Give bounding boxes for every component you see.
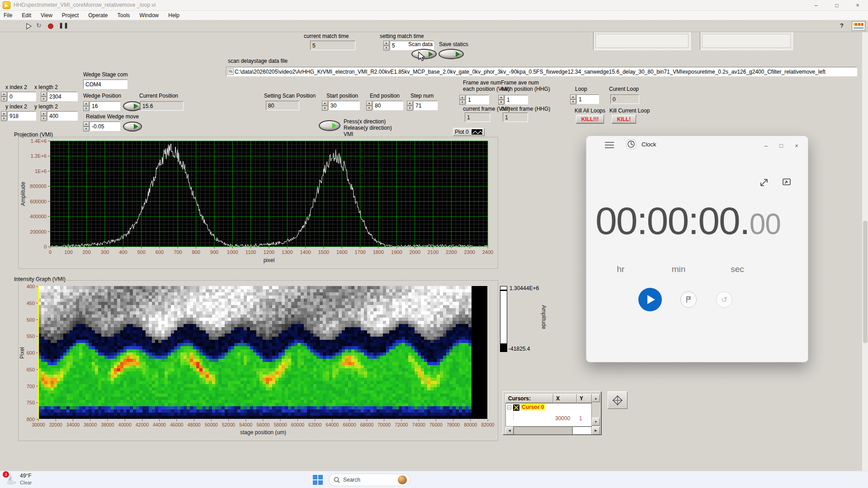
- clock-maximize-button[interactable]: □: [774, 140, 788, 151]
- end-position-value[interactable]: 80: [373, 101, 403, 110]
- panel-scrollbar[interactable]: [862, 32, 868, 471]
- close-button[interactable]: ×: [847, 0, 868, 11]
- x-length-2-value[interactable]: 2304: [47, 92, 78, 101]
- clock-titlebar[interactable]: Clock – □ ×: [586, 136, 808, 154]
- press-direction-toggle[interactable]: [319, 120, 340, 131]
- cursors-scroll-right[interactable]: ▶: [592, 427, 600, 435]
- increment-decrement-icon[interactable]: ▲▼: [1, 111, 7, 121]
- step-num-control[interactable]: ▲▼ 71: [407, 101, 438, 110]
- y-length-2-value[interactable]: 400: [47, 111, 78, 121]
- pause-button-icon[interactable]: ❚❚: [59, 22, 69, 28]
- increment-decrement-icon[interactable]: ▲▼: [41, 111, 47, 121]
- increment-decrement-icon[interactable]: ▲▼: [41, 92, 47, 101]
- x-index-2-control[interactable]: ▲▼ 0: [1, 92, 36, 101]
- panel-scrollbar-thumb[interactable]: [863, 221, 868, 343]
- cursor-0-x-value[interactable]: 30000: [555, 415, 570, 422]
- hamburger-menu-icon[interactable]: [604, 141, 614, 149]
- graph-tool-palette-button[interactable]: [608, 391, 627, 409]
- reset-stopwatch-button[interactable]: ↺: [716, 291, 732, 308]
- increment-decrement-icon[interactable]: ▲▼: [498, 95, 504, 104]
- wedge-position-value[interactable]: 16: [90, 101, 120, 111]
- proj-y-tick: 400000: [30, 214, 47, 219]
- fullscreen-expand-icon[interactable]: [759, 178, 769, 188]
- frame-ave-hhg-control[interactable]: ▲▼ 1: [498, 95, 528, 104]
- maximize-button[interactable]: □: [826, 0, 847, 11]
- start-position-value[interactable]: 30: [328, 101, 360, 110]
- menu-tools[interactable]: Tools: [118, 12, 130, 19]
- x-index-2-value[interactable]: 0: [7, 92, 36, 101]
- y-index-2-control[interactable]: ▲▼ 918: [1, 111, 36, 121]
- menu-edit[interactable]: Edit: [22, 12, 31, 19]
- start-position-control[interactable]: ▲▼ 30: [322, 101, 360, 110]
- start-stopwatch-button[interactable]: [638, 288, 662, 311]
- wedge-position-control[interactable]: ▲▼ 16: [83, 101, 120, 111]
- proj-xlabel: pixel: [264, 257, 275, 263]
- increment-decrement-icon[interactable]: ▲▼: [383, 41, 389, 50]
- lap-flag-button[interactable]: [680, 291, 697, 308]
- menu-window[interactable]: Window: [140, 12, 159, 19]
- increment-decrement-icon[interactable]: ▲▼: [407, 101, 413, 110]
- cursors-scroll-left[interactable]: ◀: [505, 427, 514, 435]
- projection-graph[interactable]: 0100200300400500600700800900100011001200…: [18, 137, 498, 269]
- wedge-move-button[interactable]: [123, 101, 142, 111]
- frame-ave-vmi-value[interactable]: 1: [466, 95, 489, 104]
- increment-decrement-icon[interactable]: ▲▼: [366, 101, 372, 110]
- loop-control[interactable]: ▲▼ 1: [570, 94, 599, 104]
- cursors-scroll-up[interactable]: ▲: [592, 394, 600, 402]
- weather-widget-icon[interactable]: 3: [5, 473, 18, 487]
- file-path-control[interactable]: % C:\data\20260205\video2\ArHHG_KrVMI_el…: [226, 67, 857, 76]
- run-continuous-icon[interactable]: ↻: [36, 22, 42, 29]
- search-box[interactable]: Search: [329, 474, 410, 486]
- weather-condition[interactable]: Clear: [20, 480, 32, 485]
- relative-wedge-move-label: Relative Wedge move: [86, 113, 139, 120]
- frame-ave-hhg-value[interactable]: 1: [505, 95, 528, 104]
- file-path-value[interactable]: C:\data\20260205\video2\ArHHG_KrVMI_elec…: [235, 69, 826, 75]
- increment-decrement-icon[interactable]: ▲▼: [322, 101, 328, 110]
- relative-wedge-move-control[interactable]: ▲▼ -0.05: [83, 122, 120, 131]
- menu-view[interactable]: View: [41, 12, 52, 19]
- x-length-2-control[interactable]: ▲▼ 2304: [41, 92, 78, 101]
- wedge-stage-com-value[interactable]: COM4: [83, 80, 127, 89]
- compact-overlay-icon[interactable]: [782, 178, 792, 188]
- minimize-button[interactable]: –: [806, 0, 826, 11]
- run-button-icon[interactable]: [25, 23, 33, 30]
- colorbar[interactable]: [500, 286, 507, 352]
- menu-project[interactable]: Project: [62, 12, 79, 19]
- increment-decrement-icon[interactable]: ▲▼: [570, 94, 576, 104]
- weather-temp[interactable]: 49°F: [20, 473, 31, 479]
- proj-y-tick: 1.4E+6: [31, 138, 47, 144]
- clock-minimize-button[interactable]: –: [759, 140, 773, 151]
- y-index-2-value[interactable]: 918: [7, 111, 36, 121]
- increment-decrement-icon[interactable]: ▲▼: [83, 101, 89, 111]
- kill-current-loop-button[interactable]: KILL!: [612, 115, 636, 123]
- clock-close-button[interactable]: ×: [790, 140, 803, 151]
- relative-wedge-move-value[interactable]: -0.05: [90, 122, 120, 131]
- intensity-heatmap[interactable]: [38, 286, 487, 419]
- increment-decrement-icon[interactable]: ▲▼: [83, 122, 89, 131]
- time-hr: 00: [595, 198, 637, 243]
- save-statics-button[interactable]: [439, 49, 464, 59]
- end-position-control[interactable]: ▲▼ 80: [366, 101, 403, 110]
- cursors-list[interactable]: − Cursor 0 30000 1: [505, 403, 592, 427]
- y-length-2-control[interactable]: ▲▼ 400: [41, 111, 78, 121]
- frame-ave-vmi-control[interactable]: ▲▼ 1: [459, 95, 489, 104]
- abort-button-icon[interactable]: [48, 23, 53, 29]
- cursors-hscroll-thumb[interactable]: [514, 427, 572, 435]
- increment-decrement-icon[interactable]: ▲▼: [1, 92, 7, 101]
- menu-file[interactable]: File: [4, 12, 12, 19]
- menu-operate[interactable]: Operate: [88, 12, 108, 19]
- start-button[interactable]: [313, 475, 323, 485]
- context-help-icon[interactable]: ?: [840, 22, 844, 29]
- step-num-value[interactable]: 71: [413, 101, 438, 110]
- cursor-0-y-value[interactable]: 1: [579, 415, 582, 422]
- increment-decrement-icon[interactable]: ▲▼: [459, 95, 465, 104]
- cursor-0-name[interactable]: Cursor 0: [521, 404, 545, 410]
- plot-legend[interactable]: Plot 0: [453, 128, 485, 136]
- cursors-scroll-down[interactable]: ▼: [592, 418, 600, 426]
- relative-move-button[interactable]: [123, 122, 142, 131]
- tree-expand-icon[interactable]: −: [507, 405, 511, 409]
- cursors-hscroll-track[interactable]: [572, 427, 592, 435]
- menu-help[interactable]: Help: [168, 12, 179, 19]
- loop-value[interactable]: 1: [576, 94, 599, 104]
- kill-all-loops-button[interactable]: KILL!!!: [576, 115, 604, 123]
